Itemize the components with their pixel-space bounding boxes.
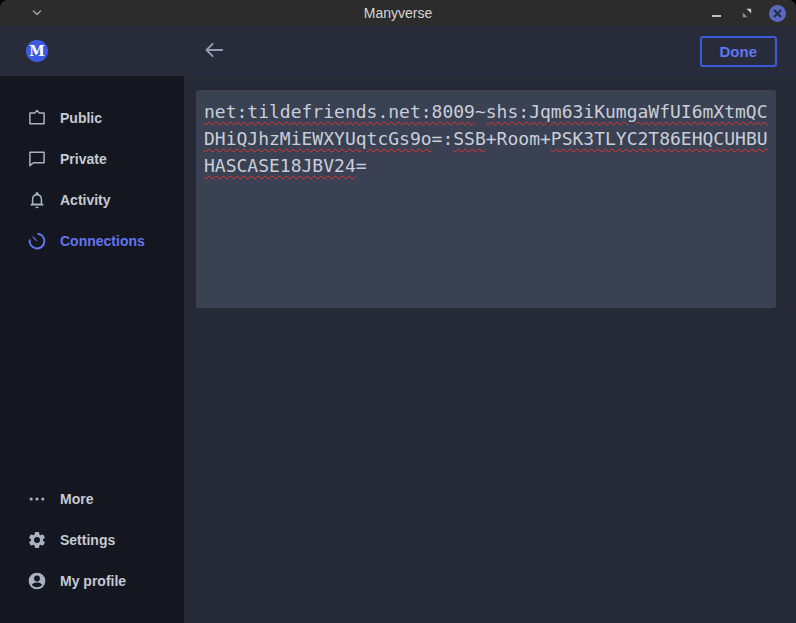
sidebar-item-public[interactable]: Public (0, 97, 184, 138)
sidebar: Public Private Activity (0, 76, 184, 623)
account-circle-icon (27, 571, 47, 591)
sidebar-item-more[interactable]: More (0, 478, 184, 519)
invite-text-segment: net:tildefriends.net:8009 (204, 101, 475, 122)
sidebar-item-label: Public (60, 110, 102, 126)
sidebar-item-label: Activity (60, 192, 111, 208)
back-button[interactable] (201, 39, 225, 63)
main-content: net:tildefriends.net:8009~shs:Jqm63iKumg… (184, 76, 796, 623)
invite-text-segment: =: (432, 128, 454, 149)
invite-input[interactable]: net:tildefriends.net:8009~shs:Jqm63iKumg… (196, 90, 776, 308)
sidebar-item-private[interactable]: Private (0, 138, 184, 179)
gear-icon (27, 530, 47, 550)
message-bubble-icon (27, 149, 47, 169)
sidebar-item-label: Settings (60, 532, 115, 548)
window-title: Manyverse (0, 0, 796, 26)
sidebar-item-activity[interactable]: Activity (0, 179, 184, 220)
minimize-icon[interactable] (707, 4, 725, 22)
sidebar-item-label: My profile (60, 573, 126, 589)
sidebar-item-connections[interactable]: Connections (0, 220, 184, 261)
sidebar-item-label: More (60, 491, 93, 507)
invite-text-segment: SSB (453, 128, 486, 149)
sidebar-item-label: Private (60, 151, 107, 167)
sidebar-item-label: Connections (60, 233, 145, 249)
bell-icon (27, 190, 47, 210)
manyverse-window: Manyverse M Done (0, 0, 796, 623)
bulletin-board-icon (27, 108, 47, 128)
done-button[interactable]: Done (700, 36, 778, 67)
window-controls (707, 0, 786, 26)
ellipsis-icon (27, 489, 47, 509)
logo-letter: M (29, 44, 45, 58)
manyverse-logo: M (26, 40, 48, 62)
restore-icon[interactable] (738, 4, 756, 22)
arrow-left-icon (203, 41, 224, 62)
invite-text-segment: = (356, 155, 367, 176)
sidebar-spacer (0, 261, 184, 478)
titlebar: Manyverse (0, 0, 796, 26)
close-icon[interactable] (769, 5, 786, 22)
invite-text-segment: ~ (475, 101, 486, 122)
sidebar-item-my-profile[interactable]: My profile (0, 560, 184, 601)
connections-gauge-icon (27, 231, 47, 251)
sidebar-item-settings[interactable]: Settings (0, 519, 184, 560)
app-header: M Done (0, 26, 796, 76)
invite-text-segment: +Room+ (486, 128, 551, 149)
